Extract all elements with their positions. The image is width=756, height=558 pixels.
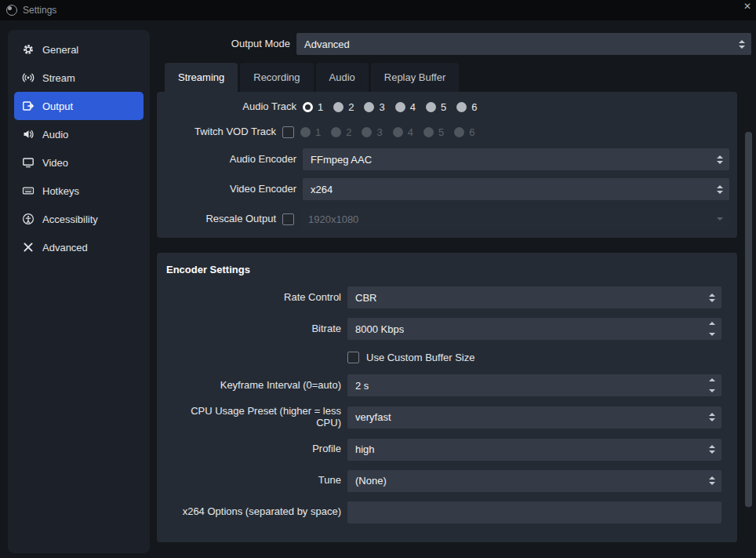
audio-track-option-1[interactable]: 1 bbox=[303, 101, 323, 113]
radio-icon bbox=[393, 127, 403, 137]
rate-control-value: CBR bbox=[355, 292, 376, 304]
tune-select[interactable]: (None) bbox=[347, 470, 721, 492]
rate-control-select[interactable]: CBR bbox=[347, 286, 721, 308]
video-encoder-select[interactable]: x264 bbox=[303, 178, 729, 200]
obs-logo-icon bbox=[6, 5, 17, 16]
spinner-arrows[interactable] bbox=[707, 439, 717, 461]
radio-label: 5 bbox=[441, 101, 446, 113]
profile-label: Profile bbox=[166, 443, 341, 455]
tab-audio[interactable]: Audio bbox=[316, 63, 369, 92]
spinner-arrows[interactable] bbox=[707, 318, 717, 340]
custom-buffer-checkbox[interactable] bbox=[347, 352, 359, 363]
radio-label: 3 bbox=[376, 126, 382, 138]
keyboard-icon bbox=[22, 184, 35, 197]
audio-track-label: Audio Track bbox=[166, 101, 296, 113]
audio-encoder-value: FFmpeg AAC bbox=[311, 154, 372, 166]
radio-icon bbox=[364, 102, 374, 112]
output-tabs: Streaming Recording Audio Replay Buffer bbox=[165, 63, 459, 92]
radio-label: 4 bbox=[410, 101, 416, 113]
profile-select[interactable]: high bbox=[347, 439, 721, 461]
sidebar-item-hotkeys[interactable]: Hotkeys bbox=[14, 177, 144, 205]
video-encoder-value: x264 bbox=[311, 184, 333, 195]
encoder-settings-panel: Encoder Settings Rate Control CBR Bitrat… bbox=[157, 253, 737, 542]
audio-encoder-label: Audio Encoder bbox=[166, 154, 296, 166]
tune-label: Tune bbox=[166, 475, 341, 487]
accessibility-icon bbox=[22, 213, 35, 225]
audio-track-option-2[interactable]: 2 bbox=[333, 101, 354, 113]
sidebar-item-video[interactable]: Video bbox=[14, 148, 144, 177]
output-mode-select[interactable]: Advanced bbox=[296, 33, 751, 55]
twitch-vod-option-5: 5 bbox=[423, 126, 444, 138]
spinner-arrows[interactable] bbox=[707, 407, 717, 429]
cpu-preset-select[interactable]: veryfast bbox=[347, 407, 721, 429]
tune-value: (None) bbox=[355, 475, 387, 487]
audio-track-option-4[interactable]: 4 bbox=[395, 101, 416, 113]
twitch-vod-option-6: 6 bbox=[454, 126, 474, 138]
keyframe-interval-spinbox[interactable]: 2 s bbox=[347, 374, 721, 396]
audio-track-option-5[interactable]: 5 bbox=[426, 101, 446, 113]
rescale-output-checkbox[interactable] bbox=[282, 213, 294, 225]
custom-buffer-row: Use Custom Buffer Size bbox=[347, 349, 721, 365]
cpu-preset-label: CPU Usage Preset (higher = less CPU) bbox=[166, 406, 341, 429]
rate-control-label: Rate Control bbox=[166, 292, 341, 304]
spinner-arrows[interactable] bbox=[737, 33, 747, 55]
sidebar-item-label: Video bbox=[42, 157, 68, 169]
audio-track-row: Audio Track 1 2 3 4 5 6 bbox=[166, 98, 729, 115]
x264-options-input[interactable] bbox=[347, 501, 721, 523]
sidebar-item-advanced[interactable]: Advanced bbox=[14, 233, 144, 261]
spinner-arrows[interactable] bbox=[715, 148, 725, 170]
radio-label: 1 bbox=[315, 126, 321, 138]
radio-label: 2 bbox=[346, 126, 351, 138]
sidebar-item-stream[interactable]: Stream bbox=[14, 64, 144, 92]
rescale-output-row: Rescale Output 1920x1080 bbox=[166, 208, 729, 230]
gear-icon bbox=[22, 43, 35, 56]
custom-buffer-label: Use Custom Buffer Size bbox=[366, 352, 474, 363]
radio-label: 6 bbox=[471, 101, 477, 113]
bitrate-spinbox[interactable]: 8000 Kbps bbox=[347, 318, 721, 340]
bitrate-row: Bitrate 8000 Kbps bbox=[166, 318, 721, 340]
spinner-arrows[interactable] bbox=[707, 470, 717, 492]
twitch-vod-option-3: 3 bbox=[362, 126, 382, 138]
tab-recording[interactable]: Recording bbox=[240, 63, 313, 92]
keyframe-interval-label: Keyframe Interval (0=auto) bbox=[166, 380, 341, 392]
keyframe-interval-row: Keyframe Interval (0=auto) 2 s bbox=[166, 374, 721, 396]
tab-replay-buffer[interactable]: Replay Buffer bbox=[371, 63, 460, 92]
output-mode-row: Output Mode Advanced bbox=[157, 33, 751, 55]
audio-track-option-3[interactable]: 3 bbox=[364, 101, 384, 113]
spinner-arrows[interactable] bbox=[707, 374, 717, 396]
radio-label: 6 bbox=[469, 126, 474, 138]
radio-icon bbox=[395, 102, 405, 112]
bitrate-label: Bitrate bbox=[166, 323, 341, 335]
spinner-arrows[interactable] bbox=[707, 286, 717, 308]
twitch-vod-option-4: 4 bbox=[393, 126, 413, 138]
window-title: Settings bbox=[23, 5, 56, 16]
radio-icon bbox=[454, 127, 464, 137]
rescale-resolution-select: 1920x1080 bbox=[300, 208, 729, 230]
radio-label: 5 bbox=[438, 126, 444, 138]
twitch-vod-checkbox[interactable] bbox=[282, 126, 294, 138]
radio-label: 3 bbox=[379, 101, 384, 113]
radio-label: 1 bbox=[318, 101, 323, 113]
audio-encoder-row: Audio Encoder FFmpeg AAC bbox=[166, 148, 729, 170]
twitch-vod-option-1: 1 bbox=[300, 126, 321, 138]
twitch-vod-track-row: Twitch VOD Track 1 2 3 4 5 6 bbox=[166, 123, 729, 140]
keyframe-interval-value: 2 s bbox=[355, 380, 369, 392]
spinner-arrows[interactable] bbox=[715, 178, 725, 200]
streaming-panel: Audio Track 1 2 3 4 5 6 Twitch VOD Track… bbox=[157, 92, 737, 238]
sidebar-item-label: Hotkeys bbox=[42, 185, 79, 197]
sidebar-item-accessibility[interactable]: Accessibility bbox=[14, 205, 144, 233]
display-icon bbox=[22, 156, 35, 169]
close-icon[interactable]: ✕ bbox=[741, 0, 754, 13]
sidebar-item-label: Advanced bbox=[42, 242, 88, 253]
sidebar-item-audio[interactable]: Audio bbox=[14, 120, 144, 148]
twitch-vod-options: 1 2 3 4 5 6 bbox=[300, 123, 474, 140]
audio-encoder-select[interactable]: FFmpeg AAC bbox=[303, 148, 729, 170]
rescale-output-label: Rescale Output bbox=[166, 213, 276, 225]
tab-streaming[interactable]: Streaming bbox=[165, 63, 238, 92]
sidebar-item-output[interactable]: Output bbox=[14, 92, 144, 120]
audio-track-option-6[interactable]: 6 bbox=[456, 101, 477, 113]
vertical-scrollbar[interactable] bbox=[745, 132, 752, 507]
radio-icon bbox=[303, 102, 313, 112]
sidebar-item-general[interactable]: General bbox=[14, 35, 144, 64]
tools-icon bbox=[22, 241, 35, 253]
